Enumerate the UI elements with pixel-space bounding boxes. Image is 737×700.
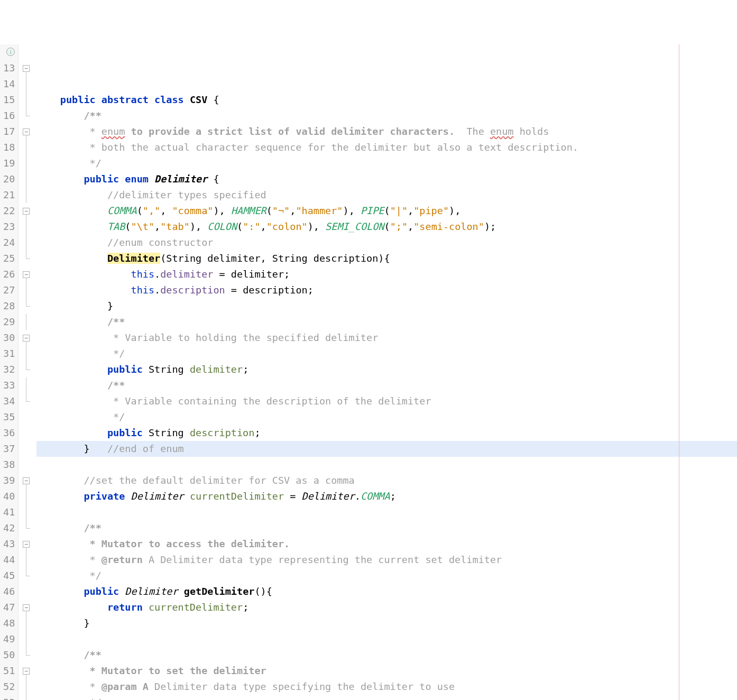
fold-toggle-icon[interactable]: − bbox=[23, 477, 30, 484]
line-number[interactable]: 25 bbox=[3, 251, 15, 266]
fold-toggle-icon[interactable]: − bbox=[23, 208, 30, 215]
line-number[interactable]: 20 bbox=[3, 171, 15, 187]
line-number[interactable]: 30 bbox=[3, 330, 15, 346]
code-line[interactable] bbox=[36, 504, 737, 520]
line-number[interactable]: 21 bbox=[3, 187, 15, 203]
code-line[interactable]: /** bbox=[36, 647, 737, 663]
code-line[interactable]: public String delimiter; bbox=[36, 362, 737, 377]
line-number[interactable]: 23 bbox=[3, 219, 15, 235]
code-line[interactable]: * enum to provide a strict list of valid… bbox=[36, 124, 737, 140]
code-line[interactable]: this.description = description; bbox=[36, 282, 737, 298]
code-line[interactable]: //set the default delimiter for CSV as a… bbox=[36, 473, 737, 489]
code-line[interactable]: COMMA(",", "comma"), HAMMER("¬","hammer"… bbox=[36, 203, 737, 219]
code-line[interactable]: */ bbox=[36, 346, 737, 362]
line-number[interactable]: 28 bbox=[3, 298, 15, 314]
line-number-gutter[interactable]: i 13141516171819202122232425262728293031… bbox=[0, 44, 19, 700]
line-number[interactable]: 43 bbox=[3, 536, 15, 552]
line-number[interactable]: 46 bbox=[3, 584, 15, 600]
code-line[interactable]: * @return A Delimiter data type represen… bbox=[36, 552, 737, 568]
code-line[interactable]: //enum constructor bbox=[36, 235, 737, 251]
line-number[interactable]: 51 bbox=[3, 663, 15, 679]
code-line[interactable]: * both the actual character sequence for… bbox=[36, 140, 737, 155]
line-number[interactable]: 34 bbox=[3, 393, 15, 409]
line-number[interactable]: 38 bbox=[3, 457, 15, 473]
line-number[interactable]: 33 bbox=[3, 377, 15, 393]
line-number[interactable]: 47 bbox=[3, 600, 15, 615]
code-line[interactable]: this.delimiter = delimiter; bbox=[36, 266, 737, 282]
code-line[interactable]: * Variable to holding the specified deli… bbox=[36, 330, 737, 346]
fold-toggle-icon[interactable]: − bbox=[23, 604, 30, 611]
fold-cell bbox=[19, 393, 36, 409]
code-area[interactable]: public abstract class CSV { /** * enum t… bbox=[36, 44, 737, 700]
line-number[interactable]: 50 bbox=[3, 647, 15, 663]
code-line[interactable]: /** bbox=[36, 108, 737, 124]
line-number[interactable]: 53 bbox=[3, 695, 15, 700]
code-line[interactable]: return currentDelimiter; bbox=[36, 600, 737, 615]
line-number[interactable]: 32 bbox=[3, 362, 15, 377]
line-number[interactable]: 39 bbox=[3, 473, 15, 489]
line-number[interactable]: 16 bbox=[3, 108, 15, 124]
line-number[interactable]: 22 bbox=[3, 203, 15, 219]
line-number[interactable]: 42 bbox=[3, 520, 15, 536]
fold-toggle-icon[interactable]: − bbox=[23, 335, 30, 342]
line-number[interactable]: 15 bbox=[3, 92, 15, 108]
code-line[interactable]: TAB("\t","tab"), COLON(":","colon"), SEM… bbox=[36, 219, 737, 235]
code-line[interactable]: public String description; bbox=[36, 425, 737, 441]
code-line[interactable]: */ bbox=[36, 568, 737, 584]
code-line[interactable]: * Mutator to set the delimiter bbox=[36, 663, 737, 679]
code-line[interactable] bbox=[36, 457, 737, 473]
code-line[interactable]: //delimiter types specified bbox=[36, 187, 737, 203]
code-line[interactable]: public enum Delimiter { bbox=[36, 171, 737, 187]
code-line[interactable]: /** bbox=[36, 520, 737, 536]
fold-toggle-icon[interactable]: − bbox=[23, 668, 30, 675]
fold-cell bbox=[19, 425, 36, 441]
line-number[interactable]: 27 bbox=[3, 282, 15, 298]
line-number[interactable]: 31 bbox=[3, 346, 15, 362]
line-number[interactable]: 37 bbox=[3, 441, 15, 457]
code-line[interactable]: Delimiter(String delimiter, String descr… bbox=[36, 251, 737, 266]
line-number[interactable]: 52 bbox=[3, 679, 15, 695]
code-line[interactable]: * @param A Delimiter data type specifyin… bbox=[36, 679, 737, 695]
line-number[interactable]: 35 bbox=[3, 409, 15, 425]
code-line[interactable]: public abstract class CSV { bbox=[36, 92, 737, 108]
code-line[interactable]: */ bbox=[36, 409, 737, 425]
code-line[interactable]: /** bbox=[36, 314, 737, 330]
fold-toggle-icon[interactable]: − bbox=[23, 65, 30, 72]
fold-toggle-icon[interactable]: − bbox=[23, 541, 30, 548]
line-number[interactable]: 17 bbox=[3, 124, 15, 140]
line-number[interactable]: 41 bbox=[3, 504, 15, 520]
code-line[interactable]: */ bbox=[36, 155, 737, 171]
line-number[interactable]: 18 bbox=[3, 140, 15, 155]
code-line[interactable]: public Delimiter getDelimiter(){ bbox=[36, 584, 737, 600]
code-line[interactable]: } //end of enum bbox=[36, 441, 737, 457]
code-line[interactable]: * Mutator to access the delimiter. bbox=[36, 536, 737, 552]
line-number[interactable]: 19 bbox=[3, 155, 15, 171]
line-number[interactable]: 36 bbox=[3, 425, 15, 441]
override-gutter-icon[interactable]: i bbox=[6, 48, 15, 56]
fold-cell bbox=[19, 504, 36, 520]
code-line[interactable]: */ bbox=[36, 695, 737, 700]
fold-column[interactable]: −−−−−−−−− bbox=[19, 44, 36, 700]
line-number[interactable]: 45 bbox=[3, 568, 15, 584]
fold-toggle-icon[interactable]: − bbox=[23, 271, 30, 278]
line-number[interactable]: 44 bbox=[3, 552, 15, 568]
code-line[interactable]: /** bbox=[36, 377, 737, 393]
line-number[interactable]: 48 bbox=[3, 615, 15, 631]
fold-cell bbox=[19, 171, 36, 187]
code-line[interactable]: } bbox=[36, 615, 737, 631]
code-line[interactable]: private Delimiter currentDelimiter = Del… bbox=[36, 489, 737, 504]
code-line[interactable]: * Variable containing the description of… bbox=[36, 393, 737, 409]
line-number[interactable]: 40 bbox=[3, 489, 15, 504]
line-number[interactable]: 24 bbox=[3, 235, 15, 251]
line-number[interactable]: 26 bbox=[3, 266, 15, 282]
line-number[interactable]: 29 bbox=[3, 314, 15, 330]
line-number[interactable]: i bbox=[3, 44, 15, 60]
line-number[interactable]: 13 bbox=[3, 60, 15, 76]
line-number[interactable]: 14 bbox=[3, 76, 15, 92]
fold-cell bbox=[19, 298, 36, 314]
code-line[interactable] bbox=[36, 631, 737, 647]
line-number[interactable]: 49 bbox=[3, 631, 15, 647]
code-line[interactable]: } bbox=[36, 298, 737, 314]
code-editor: i 13141516171819202122232425262728293031… bbox=[0, 44, 737, 700]
fold-toggle-icon[interactable]: − bbox=[23, 128, 30, 135]
